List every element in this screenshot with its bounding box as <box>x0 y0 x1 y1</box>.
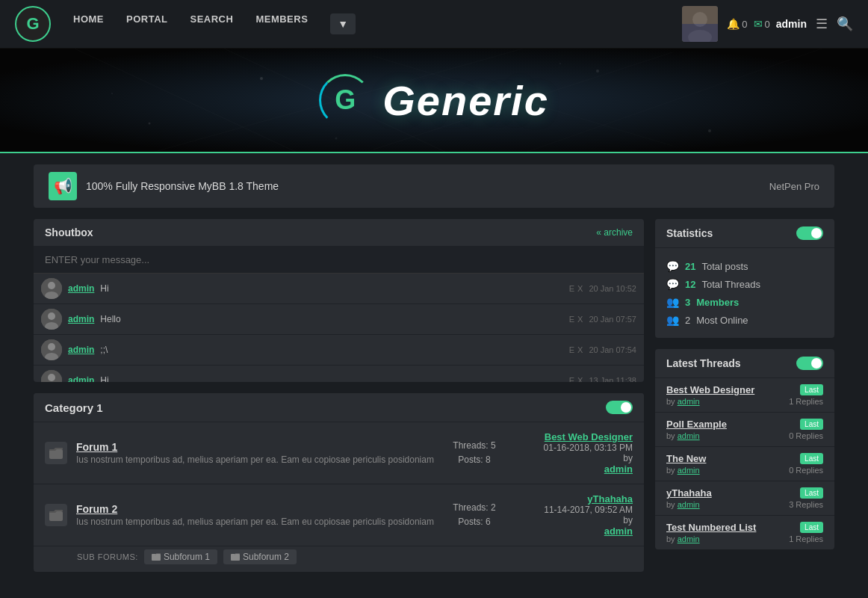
forum-last-date-2: 11-14-2017, 09:52 AM <box>513 505 633 515</box>
site-logo[interactable]: G <box>15 6 51 42</box>
search-icon-button[interactable]: 🔍 <box>837 16 853 32</box>
thread-title-2[interactable]: Poll Example <box>666 419 796 430</box>
forum-last-thread-2[interactable]: yThahaha <box>513 493 633 505</box>
nav-portal[interactable]: PORTAL <box>126 13 167 34</box>
latest-threads-header: Latest Threads <box>655 349 834 378</box>
thread-title-4[interactable]: yThahaha <box>666 487 796 499</box>
forum-name-2[interactable]: Forum 2 <box>76 503 117 515</box>
forum-last-thread-1[interactable]: Best Web Designer <box>513 431 633 443</box>
forum-last-user-2[interactable]: admin <box>513 525 633 537</box>
shout-message-1: admin Hi E X 20 Jan 10:52 <box>34 274 644 304</box>
latest-thread-1: Best Web Designer Last by admin 1 Replie… <box>655 378 834 413</box>
svg-rect-3 <box>682 6 718 24</box>
forum-stats-1: Threads: 5 Posts: 8 <box>444 439 504 467</box>
nav-members[interactable]: MEMBERS <box>255 13 308 34</box>
thread-title-1[interactable]: Best Web Designer <box>666 384 796 395</box>
nav-dropdown-button[interactable]: ▼ <box>330 13 356 34</box>
shout-message-2: admin Hello E X 20 Jan 07:57 <box>34 304 644 335</box>
thread-author-4[interactable]: admin <box>678 500 700 509</box>
statistics-body: 💬 21 Total posts 💬 12 Total Threads 👥 3 … <box>655 248 834 338</box>
shout-timestamp: 20 Jan 10:52 <box>589 284 636 293</box>
posts-icon: 💬 <box>666 260 679 272</box>
thread-author-1[interactable]: admin <box>678 397 700 406</box>
forum-last-post-2: yThahaha 11-14-2017, 09:52 AM by admin <box>513 493 633 537</box>
shout-avatar <box>41 339 62 360</box>
bell-notification[interactable]: 🔔 0 <box>727 18 747 30</box>
svg-point-23 <box>48 312 55 320</box>
nav-home[interactable]: HOME <box>73 13 104 34</box>
forum-row-2: Forum 2 Ius nostrum temporibus ad, meliu… <box>34 484 644 546</box>
online-label: Most Online <box>696 315 748 326</box>
forum-threads-2: Threads: 2 <box>444 501 504 515</box>
username-label[interactable]: admin <box>776 18 807 30</box>
thread-title-3[interactable]: The New <box>666 453 796 464</box>
shout-actions: E X <box>569 345 583 354</box>
thread-meta-3: by admin 0 Replies <box>666 466 823 475</box>
shout-message-3: admin ;;\ E X 20 Jan 07:54 <box>34 335 644 366</box>
forum-info-1: Forum 1 Ius nostrum temporibus ad, meliu… <box>76 441 435 465</box>
thread-author-3[interactable]: admin <box>678 466 700 475</box>
thread-top-2: Poll Example Last <box>666 419 823 430</box>
forum-name-1[interactable]: Forum 1 <box>76 441 117 453</box>
category-toggle[interactable] <box>606 401 633 414</box>
latest-thread-5: Test Numbered List Last by admin 1 Repli… <box>655 516 834 549</box>
subforums-label: SUB FORUMS: <box>77 552 138 561</box>
main-nav: HOME PORTAL SEARCH MEMBERS ▼ <box>73 13 682 34</box>
svg-rect-37 <box>231 554 240 561</box>
subforum-2[interactable]: Subforum 2 <box>223 549 297 564</box>
mail-notification[interactable]: ✉ 0 <box>754 18 770 30</box>
shoutbox-input[interactable] <box>34 247 644 274</box>
subforum-2-label: Subforum 2 <box>243 552 289 562</box>
topbar: G HOME PORTAL SEARCH MEMBERS ▼ 🔔 0 ✉ 0 <box>0 0 868 49</box>
topbar-right: 🔔 0 ✉ 0 admin ☰ 🔍 <box>682 6 853 42</box>
svg-point-18 <box>559 63 561 64</box>
last-btn-3[interactable]: Last <box>800 453 823 464</box>
main-layout: Shoutbox « archive admin Hi E X 20 Jan 1… <box>0 219 868 587</box>
last-btn-1[interactable]: Last <box>800 384 823 395</box>
menu-icon-button[interactable]: ☰ <box>816 16 828 32</box>
avatar[interactable] <box>682 6 718 42</box>
shout-avatar <box>41 278 62 299</box>
latest-threads-widget: Latest Threads Best Web Designer Last by… <box>655 349 834 549</box>
shout-user[interactable]: admin <box>68 283 94 294</box>
shout-user[interactable]: admin <box>68 375 94 382</box>
forum-last-date-1: 01-16-2018, 03:13 PM <box>513 443 633 453</box>
last-btn-4[interactable]: Last <box>800 487 823 499</box>
forum-posts-2: Posts: 6 <box>444 515 504 529</box>
latest-thread-2: Poll Example Last by admin 0 Replies <box>655 413 834 447</box>
forum-stats-2: Threads: 2 Posts: 6 <box>444 501 504 529</box>
shout-timestamp: 20 Jan 07:57 <box>589 315 636 324</box>
thread-title-5[interactable]: Test Numbered List <box>666 522 796 533</box>
shout-text: Hello <box>100 314 562 324</box>
forum-last-user-1[interactable]: admin <box>513 463 633 475</box>
thread-top-4: yThahaha Last <box>666 487 823 499</box>
shout-action-edit: E X <box>569 284 583 293</box>
forum-info-2: Forum 2 Ius nostrum temporibus ad, meliu… <box>76 503 435 527</box>
shout-user[interactable]: admin <box>68 314 94 324</box>
thread-replies-5: 1 Replies <box>789 534 823 543</box>
notification-area: 🔔 0 ✉ 0 admin <box>727 18 807 30</box>
thread-replies-1: 1 Replies <box>789 397 823 406</box>
members-label: Members <box>696 297 739 308</box>
last-btn-5[interactable]: Last <box>800 522 823 533</box>
thread-author-5[interactable]: admin <box>678 534 700 543</box>
online-icon: 👥 <box>666 314 679 326</box>
forum-desc-2: Ius nostrum temporibus ad, melius aperia… <box>76 517 435 527</box>
statistics-toggle[interactable] <box>796 226 823 240</box>
banner-title: Generic <box>382 76 549 125</box>
subforum-1[interactable]: Subforum 1 <box>144 549 217 564</box>
last-btn-2[interactable]: Last <box>800 419 823 430</box>
forum-last-by-1: by admin <box>513 453 633 475</box>
bell-count: 0 <box>742 19 747 30</box>
shout-user[interactable]: admin <box>68 345 94 355</box>
archive-link[interactable]: « archive <box>596 227 633 238</box>
announcement-bar: 📢 100% Fully Responsive MyBB 1.8 Theme N… <box>34 164 834 208</box>
statistics-header: Statistics <box>655 219 834 248</box>
svg-line-10 <box>523 49 822 153</box>
nav-search[interactable]: SEARCH <box>190 13 233 34</box>
thread-author-2[interactable]: admin <box>678 431 700 440</box>
latest-threads-toggle[interactable] <box>796 357 823 370</box>
thread-replies-4: 3 Replies <box>789 500 823 509</box>
announce-brand: NetPen Pro <box>769 181 819 192</box>
shout-text: Hi <box>100 375 562 382</box>
